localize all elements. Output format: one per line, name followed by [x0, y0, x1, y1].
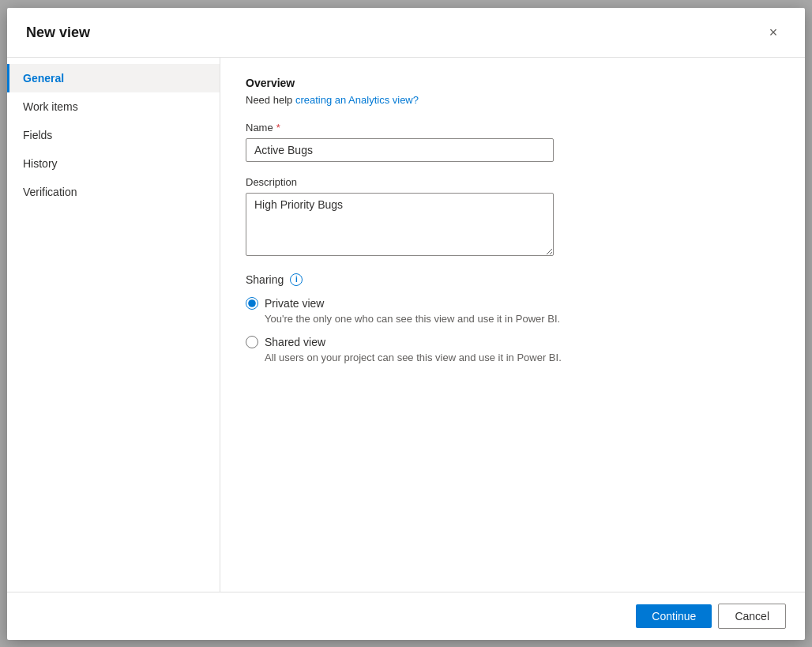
sidebar-item-history[interactable]: History: [7, 149, 220, 178]
cancel-button[interactable]: Cancel: [718, 604, 786, 629]
dialog-footer: Continue Cancel: [7, 592, 805, 640]
dialog-body: General Work items Fields History Verifi…: [7, 58, 805, 592]
content-area: Overview Need help creating an Analytics…: [220, 58, 805, 592]
name-field-group: Name *: [246, 122, 780, 162]
help-text: Need help creating an Analytics view?: [246, 94, 780, 106]
dialog-header: New view ×: [7, 8, 805, 58]
dialog-title: New view: [26, 24, 90, 41]
private-view-description: You're the only one who can see this vie…: [265, 313, 780, 325]
sharing-label: Sharing: [246, 273, 284, 286]
shared-view-radio[interactable]: [246, 336, 258, 348]
continue-button[interactable]: Continue: [636, 604, 712, 628]
description-input[interactable]: High Priority Bugs: [246, 193, 554, 256]
info-icon[interactable]: i: [290, 273, 303, 286]
sidebar-item-work-items[interactable]: Work items: [7, 92, 220, 121]
shared-view-description: All users on your project can see this v…: [265, 352, 780, 363]
private-view-radio[interactable]: [246, 297, 258, 310]
private-view-option: Private view You're the only one who can…: [246, 297, 780, 325]
description-field-group: Description High Priority Bugs: [246, 176, 780, 259]
sidebar-item-label-history: History: [23, 157, 58, 170]
sharing-section: Sharing i Private view You're the only o…: [246, 273, 780, 363]
sidebar-item-label-verification: Verification: [23, 186, 77, 198]
sidebar-item-label-work-items: Work items: [23, 100, 78, 113]
required-indicator: *: [276, 122, 280, 134]
shared-view-label-row[interactable]: Shared view: [246, 336, 780, 348]
shared-view-option: Shared view All users on your project ca…: [246, 336, 780, 363]
help-link[interactable]: creating an Analytics view?: [295, 94, 419, 106]
description-label: Description: [246, 176, 780, 188]
sidebar-item-verification[interactable]: Verification: [7, 178, 220, 206]
sidebar-item-fields[interactable]: Fields: [7, 121, 220, 149]
sidebar-item-label-fields: Fields: [23, 129, 52, 141]
sharing-label-row: Sharing i: [246, 273, 780, 286]
shared-view-label: Shared view: [265, 336, 325, 348]
dialog-backdrop: New view × General Work items Fields His…: [0, 0, 812, 647]
section-title: Overview: [246, 77, 780, 89]
sidebar-item-general[interactable]: General: [7, 64, 220, 92]
sidebar: General Work items Fields History Verifi…: [7, 58, 220, 592]
private-view-label-row[interactable]: Private view: [246, 297, 780, 310]
name-label: Name *: [246, 122, 780, 134]
new-view-dialog: New view × General Work items Fields His…: [7, 8, 805, 640]
private-view-label: Private view: [265, 297, 324, 310]
close-button[interactable]: ×: [761, 21, 786, 46]
help-prefix: Need help: [246, 94, 295, 106]
name-input[interactable]: [246, 138, 554, 162]
sidebar-item-label-general: General: [23, 72, 64, 85]
close-icon: ×: [769, 24, 778, 41]
